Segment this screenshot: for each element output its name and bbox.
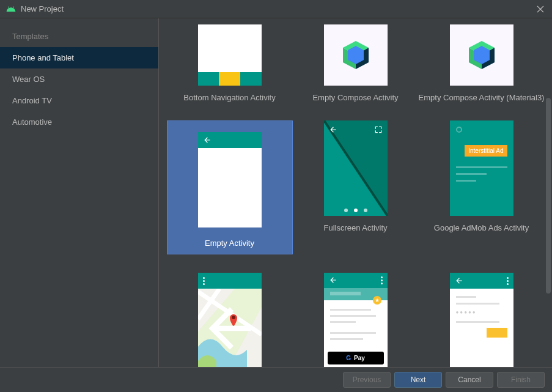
finish-button[interactable]: Finish xyxy=(497,372,545,388)
fullscreen-icon xyxy=(374,125,383,134)
thumbnail xyxy=(198,132,262,227)
template-label: Empty Compose Activity xyxy=(312,93,398,102)
thumbnail xyxy=(324,120,388,216)
cancel-button[interactable]: Cancel xyxy=(446,372,493,388)
back-arrow-icon xyxy=(455,276,463,285)
main-area: Templates Phone and Tablet Wear OS Andro… xyxy=(0,18,552,367)
template-bottom-navigation[interactable]: Bottom Navigation Activity xyxy=(167,24,293,102)
thumbnail: ●●●●● xyxy=(450,273,513,367)
back-arrow-icon xyxy=(329,276,337,284)
window-title: New Project xyxy=(21,4,535,13)
scrollbar[interactable] xyxy=(546,98,551,294)
template-google-pay[interactable]: ★ GPay Google Pa xyxy=(293,273,419,367)
back-arrow-icon xyxy=(198,289,262,367)
template-empty-compose-m3[interactable]: Empty Compose Activity (Material3) xyxy=(419,24,545,102)
template-label: Google AdMob Ads Activity xyxy=(434,223,529,232)
star-icon: ★ xyxy=(373,296,381,305)
template-label: Empty Compose Activity (Material3) xyxy=(419,93,545,102)
gpay-button: GPay xyxy=(328,352,384,364)
template-admob[interactable]: Interstitial Ad Google AdMob Ads Activit… xyxy=(419,120,545,254)
template-google-maps[interactable]: Google Maps Activity xyxy=(167,273,293,367)
template-label: Bottom Navigation Activity xyxy=(183,93,275,102)
thumbnail xyxy=(450,24,513,86)
android-studio-icon xyxy=(6,4,16,14)
thumbnail xyxy=(198,273,262,367)
overflow-menu-icon xyxy=(381,276,383,284)
close-icon[interactable] xyxy=(535,4,546,15)
template-label: Fullscreen Activity xyxy=(323,223,387,232)
sidebar-item-phone-tablet[interactable]: Phone and Tablet xyxy=(0,47,158,68)
thumbnail: ★ GPay xyxy=(324,273,388,367)
thumbnail: Interstitial Ad xyxy=(450,120,513,216)
next-button[interactable]: Next xyxy=(394,372,442,388)
back-arrow-icon xyxy=(329,125,337,134)
previous-button[interactable]: Previous xyxy=(343,372,391,388)
sidebar-heading: Templates xyxy=(0,26,158,47)
thumbnail xyxy=(324,24,388,86)
footer: Previous Next Cancel Finish xyxy=(0,367,552,392)
template-fullscreen[interactable]: Fullscreen Activity xyxy=(293,120,419,254)
template-empty-activity[interactable]: Empty Activity xyxy=(167,120,293,254)
template-grid-container: Bottom Navigation Activity Empty Com xyxy=(159,18,552,367)
sidebar-item-automotive[interactable]: Automotive xyxy=(0,111,158,133)
template-grid: Bottom Navigation Activity Empty Com xyxy=(159,18,552,367)
sidebar: Templates Phone and Tablet Wear OS Andro… xyxy=(0,18,159,367)
template-empty-compose[interactable]: Empty Compose Activity xyxy=(293,24,419,102)
template-label: Empty Activity xyxy=(205,239,254,248)
overflow-menu-icon xyxy=(203,277,205,285)
overflow-menu-icon xyxy=(507,277,509,285)
template-login[interactable]: ●●●●● Login Activity xyxy=(419,273,545,367)
compose-cube-icon xyxy=(342,40,370,70)
sidebar-item-wear-os[interactable]: Wear OS xyxy=(0,68,158,90)
back-arrow-icon xyxy=(203,136,212,144)
ad-badge: Interstitial Ad xyxy=(465,145,507,157)
thumbnail xyxy=(198,24,262,86)
sidebar-item-android-tv[interactable]: Android TV xyxy=(0,90,158,111)
titlebar: New Project xyxy=(0,0,552,18)
pager-dots xyxy=(324,209,388,212)
compose-cube-icon xyxy=(468,40,496,70)
